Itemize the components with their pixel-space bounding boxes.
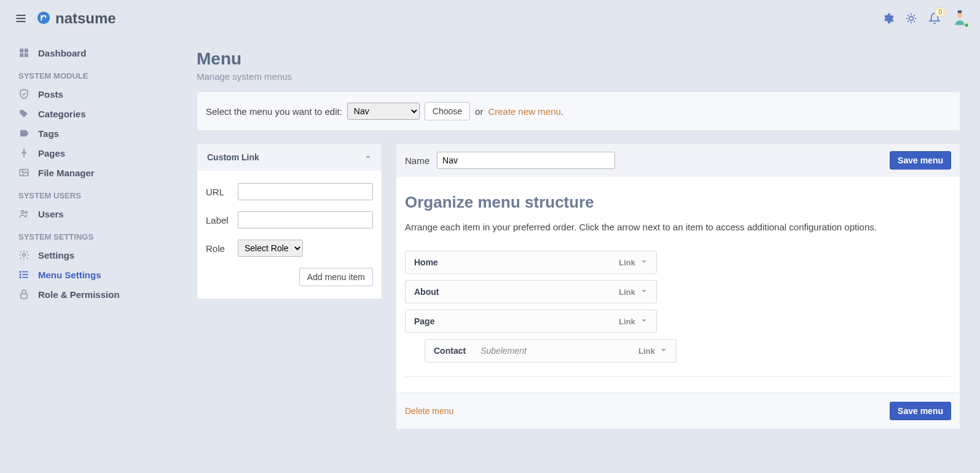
menu-name-input[interactable] (437, 152, 615, 169)
menu-item[interactable]: HomeLink (405, 251, 657, 274)
menu-editor-header: Name Save menu (396, 144, 960, 177)
svg-point-29 (20, 277, 21, 278)
label-input[interactable] (238, 211, 373, 229)
add-menu-item-button[interactable]: Add menu item (299, 268, 373, 286)
sidebar-item-label: Role & Permission (38, 289, 120, 300)
sidebar-item-label: Settings (38, 250, 74, 260)
delete-menu-link[interactable]: Delete menu (405, 406, 453, 416)
sidebar-item-role-permission[interactable]: Role & Permission (0, 284, 172, 304)
sidebar-item-settings[interactable]: Settings (0, 245, 172, 265)
menu-item-type: Link (619, 317, 635, 326)
online-dot-icon (964, 23, 969, 28)
gear-icon[interactable] (882, 12, 894, 25)
label-label: Label (206, 215, 233, 225)
choose-button[interactable]: Choose (425, 102, 470, 120)
sidebar-item-label: File Manager (38, 168, 95, 178)
menu-item-label: About (414, 287, 439, 297)
svg-point-3 (37, 11, 50, 23)
svg-point-28 (20, 274, 21, 275)
svg-line-11 (907, 21, 909, 22)
svg-point-20 (22, 171, 23, 172)
sidebar: Dashboard SYSTEM MODULE Posts Categories… (0, 37, 172, 448)
menu-editor-panel: Name Save menu Organize menu structure A… (396, 143, 960, 429)
pin-icon (18, 147, 29, 158)
svg-line-9 (907, 15, 909, 16)
custom-link-header[interactable]: Custom Link (197, 144, 382, 171)
svg-rect-16 (25, 49, 28, 52)
dashboard-icon (18, 47, 29, 58)
menu-item[interactable]: PageLink (405, 310, 657, 333)
svg-rect-17 (20, 53, 23, 57)
lock-icon (18, 289, 29, 300)
menu-editor-footer: Delete menu Save menu (396, 393, 960, 429)
menu-item[interactable]: AboutLink (405, 280, 657, 303)
tag-icon (18, 108, 29, 119)
custom-link-panel: Custom Link URL Label (197, 143, 382, 299)
menu-select[interactable]: Nav (347, 103, 420, 120)
svg-rect-14 (958, 10, 962, 13)
sidebar-item-menu-settings[interactable]: Menu Settings (0, 265, 172, 284)
chevron-up-icon (364, 152, 372, 162)
sidebar-item-categories[interactable]: Categories (0, 104, 172, 123)
or-text: or (475, 106, 483, 117)
svg-point-13 (957, 12, 963, 18)
sidebar-item-label: Pages (38, 148, 65, 158)
save-menu-button-top[interactable]: Save menu (890, 151, 951, 170)
name-label: Name (405, 155, 429, 166)
page-subtitle: Manage system menus (197, 71, 960, 82)
svg-point-21 (22, 211, 25, 214)
tags-icon (18, 128, 29, 139)
svg-line-10 (914, 21, 915, 22)
chevron-down-icon[interactable] (640, 316, 648, 326)
sidebar-item-pages[interactable]: Pages (0, 143, 172, 163)
sun-icon[interactable] (905, 12, 917, 25)
menu-item-type: Link (619, 258, 635, 267)
users-icon (18, 208, 29, 219)
logo-icon (37, 11, 50, 26)
menu-items-list: HomeLinkAboutLinkPageLinkContactSubeleme… (405, 251, 951, 362)
app-title: natsume (55, 10, 116, 27)
header: natsume 0 (0, 0, 980, 37)
menu-item[interactable]: ContactSubelementLink (425, 339, 676, 362)
logo[interactable]: natsume (37, 10, 116, 27)
url-input[interactable] (238, 183, 373, 200)
divider (405, 376, 951, 377)
sidebar-section-users: SYSTEM USERS (0, 182, 172, 204)
sidebar-item-dashboard[interactable]: Dashboard (0, 43, 172, 63)
page-title: Menu (197, 49, 960, 69)
svg-rect-18 (25, 53, 28, 57)
role-select[interactable]: Select Role (238, 240, 303, 257)
shield-icon (18, 88, 29, 100)
dot: . (561, 106, 563, 117)
svg-rect-30 (21, 294, 28, 299)
select-menu-label: Select the menu you want to edit: (206, 106, 342, 117)
organize-title: Organize menu structure (405, 193, 951, 212)
sidebar-item-label: Categories (38, 109, 86, 119)
chevron-down-icon[interactable] (640, 257, 648, 267)
sidebar-item-label: Posts (38, 89, 63, 100)
svg-point-23 (23, 254, 26, 257)
chevron-down-icon[interactable] (660, 346, 667, 356)
sidebar-item-tags[interactable]: Tags (0, 123, 172, 143)
gear-icon (18, 249, 29, 260)
menu-toggle-icon[interactable] (12, 10, 29, 27)
svg-point-4 (909, 17, 914, 21)
bell-icon[interactable]: 0 (928, 12, 941, 25)
menu-select-bar: Select the menu you want to edit: Nav Ch… (197, 92, 960, 131)
sidebar-item-posts[interactable]: Posts (0, 84, 172, 104)
notification-badge: 0 (935, 7, 946, 17)
create-menu-link[interactable]: Create new menu (488, 106, 560, 117)
svg-rect-15 (20, 49, 23, 52)
svg-point-27 (20, 272, 21, 273)
chevron-down-icon[interactable] (640, 287, 648, 297)
avatar[interactable] (952, 10, 968, 26)
sidebar-item-label: Tags (38, 128, 59, 139)
sidebar-item-users[interactable]: Users (0, 204, 172, 224)
image-icon (18, 167, 29, 178)
list-icon (18, 269, 29, 280)
save-menu-button-bottom[interactable]: Save menu (890, 402, 951, 420)
custom-link-title: Custom Link (207, 152, 259, 162)
sidebar-section-settings: SYSTEM SETTINGS (0, 224, 172, 245)
sidebar-item-file-manager[interactable]: File Manager (0, 163, 172, 182)
sidebar-section-module: SYSTEM MODULE (0, 63, 172, 84)
